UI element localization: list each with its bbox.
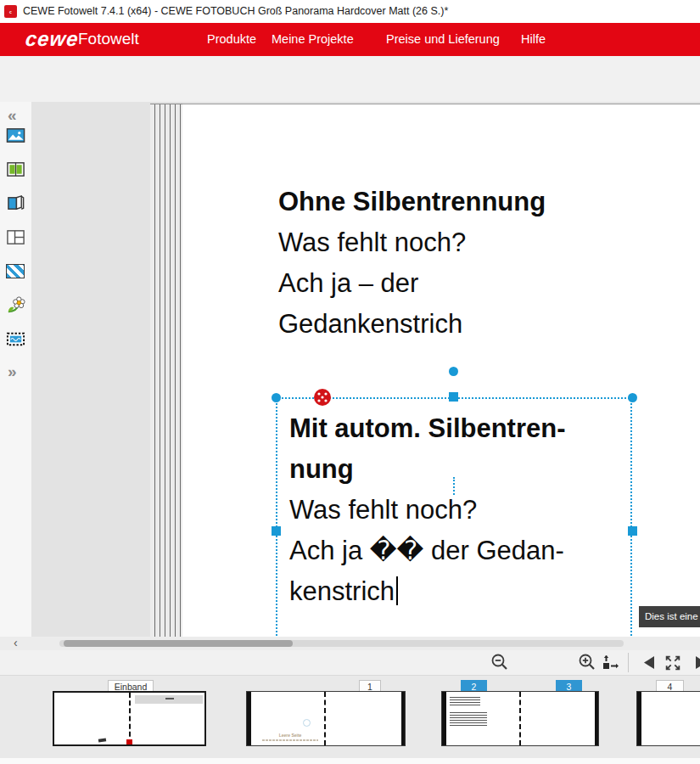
previous-icon bbox=[642, 655, 656, 670]
app-icon: c bbox=[4, 5, 17, 18]
next-icon bbox=[694, 655, 700, 670]
main-toolbar: Speichern Öffnen Assistent Rückgängig Wi… bbox=[0, 56, 700, 102]
app-window: c CEWE Fotowelt 7.4.1 (x64) - CEWE FOTOB… bbox=[0, 0, 700, 764]
frames-icon[interactable] bbox=[6, 329, 25, 349]
expand-sidebar-button[interactable]: » bbox=[8, 363, 17, 379]
menu-item-produkte[interactable]: Produkte bbox=[207, 23, 256, 56]
empty-page-subtext-line bbox=[262, 739, 318, 741]
menu-bar: cewe Fotowelt Produkte Meine Projekte Pr… bbox=[0, 23, 700, 56]
text-line: Ach ja �� der Gedan- bbox=[289, 531, 566, 571]
empty-page-label: Leere Seite bbox=[264, 733, 316, 738]
cover-title-dash bbox=[165, 698, 174, 699]
thumbnail-spread-2-3[interactable] bbox=[441, 691, 599, 746]
next-spread-button[interactable] bbox=[694, 655, 700, 673]
tab-einband[interactable]: Einband bbox=[108, 680, 154, 692]
text-line: Ohne Silbentrennung bbox=[278, 182, 546, 222]
cliparts-icon[interactable] bbox=[6, 295, 25, 315]
book-flip-icon[interactable] bbox=[6, 194, 25, 213]
fotowelt-logo-text: Fotowelt bbox=[78, 30, 139, 48]
horizontal-scrollbar: ‹ bbox=[0, 637, 700, 650]
tab-page-4[interactable]: 4 bbox=[656, 680, 684, 692]
text-line: kenstrich bbox=[289, 571, 566, 612]
zoom-out-button[interactable] bbox=[490, 653, 510, 676]
fit-page-button[interactable] bbox=[600, 653, 620, 676]
page-thumbnail-strip: Einband 1 Leere Seite 2 3 bbox=[0, 675, 700, 758]
zoom-in-button[interactable] bbox=[578, 653, 597, 676]
editor-workspace: « » bbox=[0, 102, 700, 637]
fit-page-icon bbox=[600, 653, 620, 672]
text-line: Was fehlt noch? bbox=[289, 490, 566, 531]
middle-left-handle[interactable] bbox=[272, 526, 281, 536]
cover-mark bbox=[98, 738, 106, 742]
collapse-sidebar-button[interactable]: « bbox=[8, 107, 17, 123]
zoom-in-icon bbox=[578, 653, 597, 672]
menu-item-meine-projekte[interactable]: Meine Projekte bbox=[272, 23, 354, 56]
scroll-left-arrow[interactable]: ‹ bbox=[14, 637, 18, 650]
backgrounds-icon[interactable] bbox=[6, 261, 25, 281]
window-title: CEWE Fotowelt 7.4.1 (x64) - CEWE FOTOBUC… bbox=[23, 0, 448, 23]
thumbnail-spine bbox=[129, 693, 131, 744]
zoom-out-icon bbox=[490, 653, 510, 672]
top-left-handle[interactable] bbox=[272, 393, 281, 402]
layouts-icon[interactable] bbox=[6, 228, 25, 247]
menu-item-hilfe[interactable]: Hilfe bbox=[521, 23, 546, 56]
title-bar: c CEWE Fotowelt 7.4.1 (x64) - CEWE FOTOB… bbox=[0, 0, 700, 23]
tab-page-1[interactable]: 1 bbox=[359, 680, 381, 692]
thumbnail-cover[interactable] bbox=[53, 691, 206, 746]
page2-text-lines bbox=[450, 697, 480, 706]
thumbnail-spine bbox=[519, 692, 521, 745]
text-line: Gedankenstrich bbox=[278, 304, 546, 345]
thumbnail-spread-4[interactable] bbox=[636, 691, 700, 746]
previous-spread-button[interactable] bbox=[642, 655, 656, 673]
zoombar-separator bbox=[628, 653, 629, 672]
photos-icon[interactable] bbox=[6, 126, 25, 145]
text-line: Mit autom. Silbentren- bbox=[289, 408, 566, 449]
scrollbar-track[interactable] bbox=[59, 640, 624, 647]
book-spine-pages-edge bbox=[150, 104, 182, 637]
cover-title-bar bbox=[135, 695, 203, 704]
text-line: Was fehlt noch? bbox=[278, 222, 546, 263]
middle-right-handle[interactable] bbox=[628, 526, 637, 536]
delete-element-handle[interactable] bbox=[314, 389, 331, 406]
spine-red-mark bbox=[126, 739, 132, 744]
left-sidebar: « » bbox=[0, 102, 31, 637]
scrollbar-thumb[interactable] bbox=[64, 640, 293, 647]
rotation-handle[interactable] bbox=[449, 367, 458, 376]
top-center-handle[interactable] bbox=[449, 392, 458, 402]
bottom-strip bbox=[0, 758, 700, 764]
page2-text-lines bbox=[450, 712, 487, 727]
zoom-toolbar bbox=[0, 650, 700, 675]
fullscreen-icon bbox=[664, 654, 682, 672]
menu-item-preise-und-lieferung[interactable]: Preise und Lieferung bbox=[386, 23, 500, 56]
rotation-handle-stem bbox=[453, 477, 455, 495]
cewe-logo: cewe bbox=[25, 27, 81, 51]
text-line: Ach ja – der bbox=[278, 263, 546, 304]
text-block-no-hyphenation[interactable]: Ohne Silbentrennung Was fehlt noch? Ach … bbox=[278, 182, 546, 345]
fullscreen-button[interactable] bbox=[664, 654, 682, 676]
top-right-handle[interactable] bbox=[628, 393, 637, 402]
thumbnail-spread-1[interactable]: Leere Seite bbox=[246, 691, 406, 746]
text-line: nung bbox=[289, 449, 566, 490]
tab-page-3[interactable]: 3 bbox=[556, 680, 582, 692]
tooltip: Dies ist eine kl bbox=[639, 606, 700, 627]
text-cursor bbox=[396, 576, 398, 605]
thumbnail-spine bbox=[324, 692, 326, 745]
tab-page-2[interactable]: 2 bbox=[461, 680, 487, 692]
empty-page-icon bbox=[303, 719, 311, 727]
pages-icon[interactable] bbox=[6, 160, 25, 179]
text-block-hyphenation[interactable]: Mit autom. Silbentren- nung Was fehlt no… bbox=[289, 408, 566, 612]
